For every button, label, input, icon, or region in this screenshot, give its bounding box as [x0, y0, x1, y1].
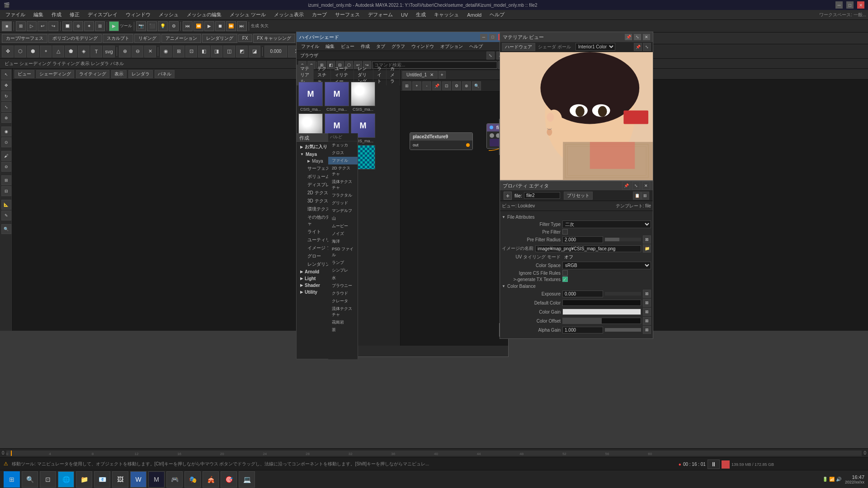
mp-close[interactable]: ✕: [643, 34, 650, 40]
lt-grid[interactable]: ⊞: [1, 175, 11, 185]
vp-panel[interactable]: パネル: [155, 70, 175, 78]
hs-menu-edit[interactable]: 編集: [323, 43, 337, 50]
shelf-icon-1[interactable]: ✤: [2, 46, 14, 57]
lt-rotate[interactable]: ↻: [1, 91, 11, 101]
shelf-icon-19[interactable]: ◩: [236, 46, 248, 57]
close-button[interactable]: ✕: [857, 1, 864, 9]
mat-item-2[interactable]: CSIS_ma...: [351, 82, 375, 112]
mail-button[interactable]: 📧: [94, 471, 110, 488]
pe-add-btn[interactable]: +: [504, 192, 512, 200]
pe-filter-type-select[interactable]: 二次: [562, 221, 651, 228]
lt-annotate[interactable]: ✎: [1, 211, 11, 221]
mp-expand[interactable]: ⤡: [634, 34, 641, 40]
minimize-button[interactable]: ─: [835, 1, 843, 9]
settings-btn[interactable]: ⚙: [169, 21, 179, 31]
nc-shelf-granite[interactable]: 花崗岩: [328, 319, 358, 326]
render-btn[interactable]: ⬛: [147, 21, 157, 31]
menu-mesh-display[interactable]: メッシュ表示: [270, 10, 307, 19]
start-button[interactable]: ⊞: [4, 471, 20, 488]
menu-cache[interactable]: キャッシュ: [430, 10, 462, 19]
hs-menu-tab[interactable]: タブ: [373, 43, 388, 50]
pe-file-input[interactable]: [524, 192, 560, 199]
snap-4[interactable]: ⊞: [95, 21, 105, 31]
pe-file-attr-section[interactable]: File Attributes: [502, 215, 651, 220]
nc-shelf-simple[interactable]: シンプレ: [328, 267, 358, 274]
shelf-tab-rigging[interactable]: リギング: [134, 34, 160, 43]
nc-shelf-ocean[interactable]: 海洋: [328, 238, 358, 245]
ng-tab-add[interactable]: +: [439, 71, 446, 79]
shelf-icon-14[interactable]: ⊞: [173, 46, 184, 57]
nc-shelf-browny[interactable]: ブラウニー: [328, 282, 358, 290]
shelf-icon-7[interactable]: ◈: [78, 46, 90, 57]
pe-imgname-input[interactable]: [535, 245, 641, 252]
ng-pin[interactable]: 📌: [432, 81, 441, 90]
place2d-node[interactable]: place2dTexture9 out: [410, 132, 473, 150]
pe-close[interactable]: ✕: [642, 182, 650, 190]
edge-browser[interactable]: 🌐: [58, 471, 74, 488]
shelf-icon-5[interactable]: △: [52, 46, 64, 57]
pe-pfr-slider[interactable]: [605, 238, 641, 241]
pe-dc-swatch[interactable]: [562, 300, 641, 306]
playback-prev[interactable]: ⏪: [193, 21, 203, 31]
shelf-tab-curve-surface[interactable]: カーブ/サーフェス: [2, 34, 47, 43]
pe-pfr-reset[interactable]: ⊠: [643, 235, 651, 244]
shelf-icon-2[interactable]: ⬡: [14, 46, 26, 57]
nc-shelf-crater[interactable]: クレータ: [328, 297, 358, 305]
taskbar-app-4[interactable]: 🎯: [221, 471, 237, 488]
pe-ag-input[interactable]: [562, 327, 603, 333]
shelf-tab-fx-caching[interactable]: FX キャッシング: [253, 34, 296, 43]
vp-view[interactable]: ビュー: [14, 70, 34, 78]
vp-render[interactable]: レンダラ: [128, 70, 153, 78]
lt-lasso[interactable]: ⊙: [1, 137, 11, 147]
transform-select[interactable]: ▶: [109, 21, 119, 31]
ng-tab-close[interactable]: ✕: [430, 72, 434, 77]
menu-arnold[interactable]: Arnold: [463, 11, 485, 19]
lt-move[interactable]: ✥: [1, 80, 11, 90]
shelf-icon-11[interactable]: ⊖: [132, 46, 143, 57]
menu-uv[interactable]: UV: [397, 11, 411, 19]
shelf-icon-9[interactable]: svg: [103, 46, 115, 57]
vp-show[interactable]: 表示: [111, 70, 127, 78]
lt-search[interactable]: 🔍: [1, 224, 11, 234]
pe-ag-slider[interactable]: [605, 328, 641, 332]
pe-co-reset[interactable]: ⊠: [643, 317, 651, 325]
light-btn[interactable]: 💡: [158, 21, 168, 31]
shelf-icon-17[interactable]: ◨: [211, 46, 222, 57]
pe-pre-filter-checkbox[interactable]: [562, 229, 568, 235]
material-preview-window[interactable]: マテリアル ビュー 📌 ⤡ ✕ ハードウェア シェーダ ボール Interior…: [500, 32, 653, 181]
shelf-icon-3[interactable]: ⬢: [27, 46, 39, 57]
mp-hardware[interactable]: ハードウェア: [502, 43, 535, 51]
menu-curves[interactable]: カーブ: [308, 10, 330, 19]
pe-tb-1[interactable]: 📋: [633, 192, 641, 200]
nc-shelf-checker[interactable]: チェッカ: [328, 141, 358, 149]
word-button[interactable]: W: [130, 471, 146, 488]
ng-search[interactable]: 🔍: [472, 81, 481, 90]
mp-expand2[interactable]: ⤡: [643, 43, 651, 51]
tool-4[interactable]: ↪: [48, 21, 58, 31]
nc-shelf-file[interactable]: ファイル: [328, 157, 358, 164]
maya-taskbar[interactable]: M: [148, 471, 165, 488]
pe-ag-reset[interactable]: ⊠: [643, 326, 651, 334]
menu-mesh-tools[interactable]: メッシュ ツール: [226, 10, 269, 19]
nc-shelf-grid[interactable]: グリッド: [328, 199, 358, 207]
pe-exp-input[interactable]: [562, 291, 603, 297]
pe-cs-select[interactable]: sRGB: [562, 262, 651, 269]
mp-pin2[interactable]: 📌: [634, 43, 642, 51]
nc-shelf-ramp[interactable]: ランプ: [328, 259, 358, 267]
hs-menu-window[interactable]: ウィンドウ: [409, 43, 437, 50]
lt-snap[interactable]: ⊟: [1, 186, 11, 196]
node-graph-canvas[interactable]: place2dTexture9 out file: [401, 92, 508, 346]
menu-display[interactable]: ディスプレイ: [84, 10, 121, 19]
photos-button[interactable]: 🖼: [112, 471, 128, 488]
pe-cg-swatch[interactable]: [562, 309, 641, 315]
playback-pause-btn[interactable]: ⏸: [708, 460, 720, 469]
pe-exp-slider[interactable]: [605, 292, 641, 296]
snap-1[interactable]: 🔲: [62, 21, 72, 31]
ng-zoom-out[interactable]: -: [422, 81, 431, 90]
nc-shelf-tea[interactable]: 茶: [328, 326, 358, 334]
tool-1[interactable]: ⊞: [16, 21, 26, 31]
tool-3[interactable]: ↩: [38, 21, 47, 31]
nc-shelf-noise[interactable]: ノイズ: [328, 230, 358, 238]
taskbar-app-5[interactable]: 💻: [239, 471, 255, 488]
shelf-icon-12[interactable]: ✕: [144, 46, 156, 57]
